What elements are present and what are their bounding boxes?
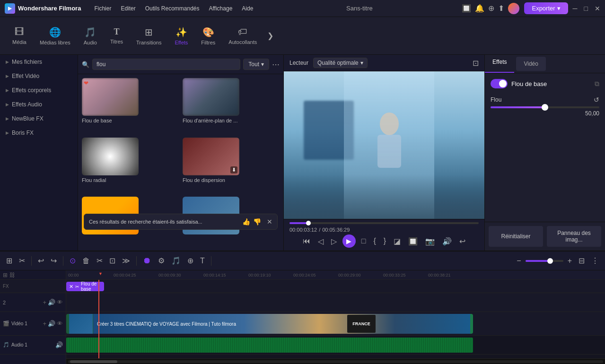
thumbup-button[interactable]: 👍 (242, 218, 250, 225)
preview-expand-icon[interactable]: ⊡ (473, 59, 479, 68)
add-video-track-icon[interactable]: ⊞ (3, 272, 8, 278)
tl-settings-button[interactable]: ⚙ (156, 254, 167, 267)
menu-editer[interactable]: Editer (117, 3, 139, 14)
zoom-out-button[interactable]: − (514, 255, 523, 267)
tl-delete-button[interactable]: 🗑 (80, 255, 92, 267)
skip-back-button[interactable]: ⏮ (301, 235, 312, 247)
thumbdown-button[interactable]: 👎 (253, 218, 261, 225)
add-link-icon[interactable]: ⛓ (9, 272, 15, 278)
tl-cursor-button[interactable]: ⊙ (67, 254, 78, 267)
tl-split-audio-button[interactable]: ⊕ (185, 254, 196, 267)
menu-outils[interactable]: Outils Recommandés (141, 3, 203, 14)
menu-aide[interactable]: Aide (238, 3, 257, 14)
panel-button[interactable]: Panneau des imag... (547, 226, 601, 247)
fullscreen-button[interactable]: ↩ (457, 235, 467, 248)
tool-transitions[interactable]: ⊞ Transitions (131, 24, 167, 48)
search-input[interactable] (92, 59, 240, 70)
effect-info-icon[interactable]: ⧉ (595, 80, 599, 88)
video2-eye-icon[interactable]: 👁 (57, 299, 63, 306)
play-button[interactable]: ▶ (342, 234, 356, 248)
sidebar-item-mes-fichiers[interactable]: ▶ Mes fichiers (0, 55, 78, 69)
scrollbar-track[interactable] (68, 360, 603, 363)
snapshot-button[interactable]: 📷 (423, 235, 437, 248)
video1-eye-icon[interactable]: 👁 (57, 320, 63, 327)
menu-fichier[interactable]: Fichier (90, 3, 115, 14)
tool-filtres[interactable]: 🎨 Filtres (195, 24, 221, 48)
tool-media-libre[interactable]: 🌐 Médias libres (34, 24, 76, 48)
win-close[interactable]: ✕ (595, 5, 600, 12)
filter-dropdown[interactable]: Tout ▾ (243, 59, 269, 70)
minimize-icon[interactable]: 🔲 (462, 4, 471, 13)
slider-reset-icon[interactable]: ↺ (594, 96, 599, 104)
sidebar-item-effets-corporels[interactable]: ▶ Effets corporels (0, 83, 78, 97)
tl-undo-button[interactable]: ↩ (35, 254, 46, 267)
titres-icon: T (114, 27, 119, 37)
tab-effets[interactable]: Effets (485, 55, 514, 73)
sidebar-item-boris-fx[interactable]: ▶ Boris FX (0, 126, 78, 140)
video2-sound-icon[interactable]: 🔊 (48, 299, 55, 306)
more-options-icon[interactable]: ⋯ (272, 60, 280, 69)
tool-audio[interactable]: 🎵 Audio (78, 24, 103, 48)
frame-back-button[interactable]: ◁ (316, 235, 325, 248)
titlebar: ▶ Wondershare Filmora Fichier Editer Out… (0, 0, 605, 17)
tl-options-button[interactable]: ⋮ (589, 254, 601, 267)
video2-add-icon[interactable]: + (43, 299, 46, 306)
menu-affichage[interactable]: Affichage (205, 3, 237, 14)
tool-titres[interactable]: T Titres (105, 24, 129, 47)
timeline-ruler[interactable]: ▼ 00:00 00:00:04:25 00:00:09:30 00:00:14… (66, 270, 605, 280)
sidebar-item-effet-video[interactable]: ▶ Effet Vidéo (0, 69, 78, 83)
effect-item-flou-dispersion[interactable]: ⬇ Flou de dispersion (183, 138, 280, 193)
win-maximize[interactable]: □ (584, 5, 588, 12)
audio1-sound-icon[interactable]: 🔊 (55, 341, 63, 348)
quality-dropdown[interactable]: Qualité optimale ▾ (313, 58, 368, 68)
tab-video[interactable]: Vidéo (516, 57, 545, 71)
crop-button[interactable]: 🔲 (406, 235, 420, 248)
effect-item-flou-arriere[interactable]: Flou d'arrière-plan de ... (183, 78, 280, 134)
play-slow-button[interactable]: ▷ (329, 235, 339, 248)
tool-effets[interactable]: ✨ Effets (169, 24, 193, 48)
tl-layout-button[interactable]: ⊟ (576, 254, 587, 267)
notification-icon[interactable]: 🔔 (475, 4, 484, 13)
mark-in-button[interactable]: { (371, 235, 377, 247)
volume-button[interactable]: 🔊 (440, 235, 454, 248)
toolbar-more-button[interactable]: ❯ (264, 28, 276, 43)
tl-snap-button[interactable]: ⊞ (4, 254, 15, 267)
audio-clip-main[interactable] (66, 338, 473, 353)
playhead[interactable] (98, 280, 99, 358)
effect-item-flou-base[interactable]: ❤ Flou de base (82, 78, 179, 134)
tl-cut-button[interactable]: ✂ (94, 254, 105, 267)
tl-redo-button[interactable]: ↪ (48, 254, 59, 267)
tool-media[interactable]: 🎞 Média (7, 24, 32, 48)
tl-crop-timeline-button[interactable]: ⊡ (107, 254, 118, 267)
win-minimize[interactable]: ─ (573, 5, 578, 12)
slider-thumb[interactable] (542, 104, 548, 111)
tl-magnet-button[interactable]: ✂ (17, 254, 27, 267)
tool-autocollants[interactable]: 🏷 Autocollants (223, 24, 263, 48)
export-button[interactable]: Exporter ▾ (524, 2, 568, 14)
scrollbar-thumb[interactable] (70, 360, 117, 363)
effect-item-flou-radial[interactable]: Flou radial (82, 138, 179, 193)
tl-audio-button[interactable]: 🎵 (169, 254, 183, 267)
user-avatar[interactable] (508, 3, 519, 14)
split-button[interactable]: ◪ (392, 235, 403, 248)
video1-sound-icon[interactable]: 🔊 (48, 320, 55, 327)
video-clip-main[interactable]: Créer 3 titres CINÉMATIQ de VOYAGE avec … (66, 314, 473, 334)
effect-clip-x-icon[interactable]: ✕ (69, 284, 73, 290)
stop-button[interactable]: □ (359, 235, 368, 247)
sidebar-item-newblue-fx[interactable]: ▶ NewBlue FX (0, 112, 78, 126)
upgrade-icon[interactable]: ⬆ (498, 4, 504, 13)
reset-button[interactable]: Réinitialiser (489, 226, 543, 247)
mark-out-button[interactable]: } (382, 235, 388, 247)
feedback-close-button[interactable]: ✕ (267, 218, 272, 225)
video1-add-icon[interactable]: + (43, 320, 46, 327)
tl-more-button[interactable]: ≫ (120, 254, 132, 267)
zoom-in-button[interactable]: + (565, 255, 574, 267)
tl-text-button[interactable]: T (198, 255, 207, 267)
effect-toggle[interactable] (491, 79, 508, 88)
progress-bar[interactable] (289, 222, 479, 224)
zoom-thumb[interactable] (547, 258, 553, 264)
community-icon[interactable]: ⊕ (488, 4, 494, 13)
sidebar-item-effets-audio[interactable]: ▶ Effets Audio (0, 97, 78, 112)
tl-record-button[interactable]: ⏺ (140, 254, 154, 268)
slider-flou[interactable]: 50,00 (491, 106, 599, 117)
